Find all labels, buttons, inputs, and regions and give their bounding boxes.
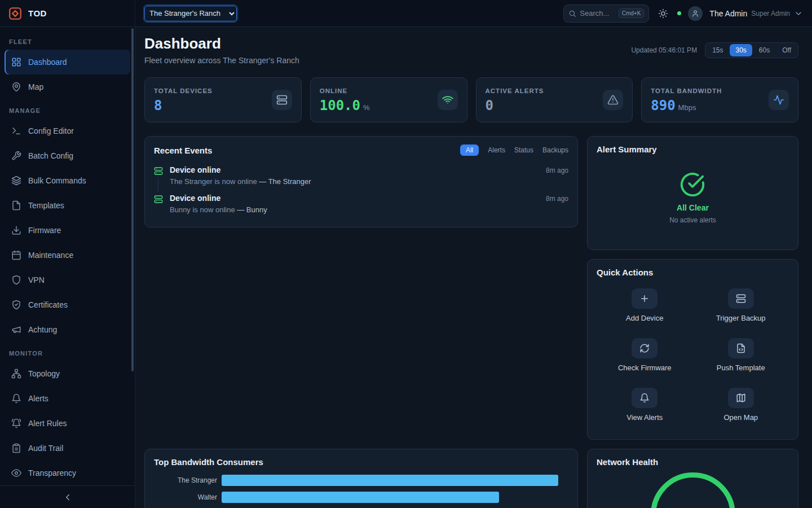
stat-unit: Mbps	[678, 103, 696, 112]
stat-label: ONLINE	[320, 87, 370, 94]
quick-action-add-device[interactable]: Add Device	[626, 288, 663, 322]
bandwidth-title: Top Bandwidth Consumers	[154, 457, 568, 467]
bandwidth-device-label: Walter	[154, 493, 217, 501]
bandwidth-device-label: The Stranger	[154, 476, 217, 484]
network-health-card: Network Health	[587, 449, 798, 508]
event-time: 8m ago	[546, 167, 568, 186]
user-menu[interactable]: The Admin Super Admin	[709, 9, 803, 18]
theme-toggle-button[interactable]	[656, 6, 670, 21]
sidebar-item-label: Audit Trail	[28, 444, 63, 453]
refresh-60s-button[interactable]: 60s	[753, 44, 775, 56]
sidebar-item-label: Maintenance	[28, 251, 73, 260]
calendar-icon	[11, 250, 21, 260]
page-header: Dashboard Fleet overview across The Stra…	[144, 35, 798, 65]
sidebar-collapse-button[interactable]	[0, 485, 135, 508]
refresh-off-button[interactable]: Off	[776, 44, 797, 56]
sidebar-item-maintenance[interactable]: Maintenance	[5, 243, 130, 268]
main-area: The Stranger's Ranch Cmd+K The Admin Sup…	[135, 0, 812, 508]
sidebar-item-config-editor[interactable]: Config Editor	[5, 119, 130, 143]
search-box[interactable]: Cmd+K	[563, 5, 649, 23]
refresh-30s-button[interactable]: 30s	[730, 44, 752, 56]
sidebar-item-label: Achtung	[28, 325, 57, 334]
alert-triangle-icon	[603, 90, 623, 110]
sidebar-item-vpn[interactable]: VPN	[5, 268, 130, 292]
sidebar-item-label: Config Editor	[28, 126, 74, 135]
sidebar-item-templates[interactable]: Templates	[5, 193, 130, 218]
stat-label: TOTAL DEVICES	[154, 87, 213, 94]
sidebar-item-batch-config[interactable]: Batch Config	[5, 143, 130, 168]
sidebar-item-map[interactable]: Map	[5, 75, 130, 99]
map-pin-icon	[11, 82, 21, 92]
clipboard-icon	[11, 443, 21, 453]
sidebar-item-alerts[interactable]: Alerts	[5, 386, 130, 411]
sidebar-item-dashboard[interactable]: Dashboard	[5, 50, 130, 75]
network-icon	[11, 369, 21, 379]
filter-status[interactable]: Status	[514, 144, 533, 156]
stat-value: 8	[154, 99, 162, 112]
sidebar-nav: FLEET Dashboard Map MANAGE Config Editor…	[0, 27, 135, 485]
filter-backups[interactable]: Backups	[542, 144, 568, 156]
stat-active-alerts: ACTIVE ALERTS 0	[476, 77, 633, 122]
bandwidth-consumers-card: Top Bandwidth Consumers The Stranger Wal…	[144, 449, 578, 508]
server-icon	[154, 167, 163, 176]
quick-action-trigger-backup[interactable]: Trigger Backup	[716, 288, 766, 322]
search-input[interactable]	[580, 9, 615, 17]
sidebar-item-bulk-commands[interactable]: Bulk Commands	[5, 168, 130, 193]
sidebar: TOD FLEET Dashboard Map MANAGE Config Ed…	[0, 0, 135, 508]
sidebar-item-label: Map	[28, 82, 43, 91]
sidebar-item-firmware[interactable]: Firmware	[5, 218, 130, 243]
bandwidth-chart: The Stranger Walter	[154, 475, 568, 503]
topbar: The Stranger's Ranch Cmd+K The Admin Sup…	[135, 0, 812, 27]
quick-actions-card: Quick Actions Add Device Trigger Backup …	[587, 259, 798, 440]
alert-summary-title: Alert Summary	[597, 144, 789, 154]
refresh-icon	[632, 338, 657, 358]
server-icon	[728, 288, 754, 309]
quick-action-view-alerts[interactable]: View Alerts	[626, 388, 663, 422]
stat-online: ONLINE 100.0 %	[310, 77, 467, 122]
sidebar-item-label: Transparency	[28, 468, 76, 478]
recent-events-title: Recent Events	[154, 146, 212, 155]
event-title: Device online	[170, 165, 539, 174]
sidebar-item-alert-rules[interactable]: Alert Rules	[5, 411, 130, 436]
sidebar-item-label: Certificates	[28, 300, 68, 309]
sidebar-item-label: Bulk Commands	[28, 176, 86, 185]
quick-action-open-map[interactable]: Open Map	[723, 388, 758, 422]
sidebar-item-audit-trail[interactable]: Audit Trail	[5, 436, 130, 461]
sidebar-section-fleet: FLEET	[9, 38, 126, 45]
sidebar-header: TOD	[0, 0, 135, 27]
event-message: The Stranger is now online — The Strange…	[170, 177, 539, 186]
chevron-left-icon	[63, 492, 73, 502]
dashboard-grid-icon	[11, 57, 21, 67]
search-shortcut-badge: Cmd+K	[619, 8, 645, 18]
sun-icon	[658, 8, 668, 19]
page-subtitle: Fleet overview across The Stranger's Ran…	[144, 56, 299, 65]
server-icon	[154, 195, 163, 204]
filter-alerts[interactable]: Alerts	[488, 144, 505, 156]
sidebar-scrollbar[interactable]	[131, 28, 134, 371]
network-health-title: Network Health	[597, 457, 789, 467]
stat-value: 0	[486, 99, 493, 112]
quick-action-push-template[interactable]: Push Template	[717, 338, 765, 372]
sidebar-item-transparency[interactable]: Transparency	[5, 461, 130, 485]
bandwidth-row: Walter	[154, 492, 568, 503]
event-row[interactable]: Device online The Stranger is now online…	[154, 163, 568, 191]
filter-all[interactable]: All	[460, 144, 479, 156]
refresh-15s-button[interactable]: 15s	[707, 44, 729, 56]
search-icon	[568, 10, 576, 17]
sidebar-item-certificates[interactable]: Certificates	[5, 292, 130, 317]
chevron-down-icon	[794, 9, 803, 18]
stat-total-devices: TOTAL DEVICES 8	[144, 77, 302, 122]
sidebar-item-achtung[interactable]: Achtung	[5, 317, 130, 342]
network-health-gauge	[651, 472, 735, 508]
quick-action-check-firmware[interactable]: Check Firmware	[618, 338, 672, 372]
fleet-selector[interactable]: The Stranger's Ranch	[144, 6, 237, 21]
event-row[interactable]: Device online Bunny is now online — Bunn…	[154, 191, 568, 219]
sidebar-item-topology[interactable]: Topology	[5, 361, 130, 386]
bell-ring-icon	[11, 418, 21, 428]
bandwidth-bar	[222, 492, 499, 503]
quick-actions-grid: Add Device Trigger Backup Check Firmware…	[597, 288, 789, 422]
event-list: Device online The Stranger is now online…	[154, 163, 568, 219]
sidebar-item-label: Templates	[28, 201, 64, 210]
user-name: The Admin	[709, 9, 747, 18]
stat-label: TOTAL BANDWIDTH	[651, 87, 722, 94]
